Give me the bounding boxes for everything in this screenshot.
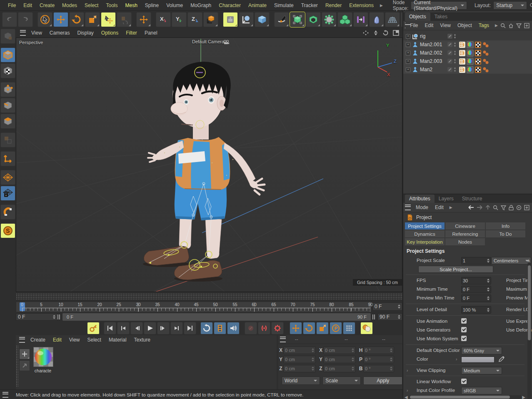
node-space-dropdown[interactable]: Current (Standard/Physical) (411, 1, 467, 10)
record-objects-button[interactable] (258, 322, 270, 334)
axis-move-button[interactable] (136, 12, 151, 27)
home-icon[interactable] (508, 23, 514, 28)
target-icon[interactable] (516, 205, 522, 210)
object-name[interactable]: Man2.001 (420, 42, 447, 47)
filter-icon[interactable] (516, 23, 522, 28)
range-start-spinner[interactable]: 0 F (16, 313, 57, 321)
weight-tag-icon[interactable] (459, 42, 465, 48)
goto-prev-key-button[interactable] (117, 322, 130, 334)
upload-material-button[interactable] (19, 360, 30, 371)
render-settings-button[interactable] (255, 12, 270, 27)
redo-button[interactable] (18, 12, 33, 27)
menu-simulate[interactable]: Simulate (270, 1, 297, 10)
attribute-menu-mode[interactable]: Mode (412, 203, 432, 212)
snap-button[interactable] (0, 204, 15, 219)
attribute-menu-overflow-icon[interactable]: ▶ (447, 205, 455, 209)
scale-z-input[interactable]: 0 cm (323, 365, 356, 372)
floor-object-button[interactable] (385, 12, 400, 27)
material-menu-create[interactable]: Create (27, 336, 49, 344)
section-tab-nodes[interactable]: Nodes (445, 238, 485, 245)
minimum-time-input[interactable]: 0 F (461, 286, 491, 293)
record-keyframe-button[interactable] (87, 322, 100, 334)
viewport-menu-filter[interactable]: Filter (122, 29, 141, 37)
undo-button[interactable] (2, 12, 17, 27)
object-row-man2-002[interactable]: + Man2.002 (403, 49, 532, 57)
search-icon[interactable] (530, 2, 532, 8)
apply-button[interactable]: Apply (363, 377, 402, 385)
color-expand-icon[interactable]: › (456, 357, 457, 362)
texture-mode-button[interactable] (0, 63, 15, 78)
goto-start-button[interactable] (104, 322, 116, 334)
coordinate-system-button[interactable] (203, 12, 218, 27)
menu-spline[interactable]: Spline (141, 1, 162, 10)
pos-y-input[interactable]: 0 cm (283, 356, 316, 363)
edges-mode-button[interactable] (0, 98, 15, 113)
object-menu-edit[interactable]: Edit (422, 21, 437, 30)
section-tab-referencing[interactable]: Referencing (445, 230, 485, 237)
lock-workplane-button[interactable] (0, 186, 15, 201)
object-row-man2-001[interactable]: + Man2.001 (403, 40, 532, 49)
play-frame-rate-button[interactable] (214, 322, 226, 334)
coordinate-mode-dropdown[interactable]: Scale (322, 377, 361, 385)
volume-builder-button[interactable] (322, 12, 337, 27)
object-edit-toggle[interactable] (447, 67, 452, 72)
object-menu-file[interactable]: File (407, 21, 421, 30)
material-hamburger-icon[interactable] (19, 337, 25, 343)
tab-structure[interactable]: Structure (458, 195, 487, 203)
status-hamburger-icon[interactable] (2, 392, 8, 398)
expand-icon[interactable]: + (406, 34, 410, 39)
checker-tag-icon[interactable] (475, 58, 481, 65)
object-row-rig[interactable]: + rig (403, 32, 532, 40)
viewport-menu-panel[interactable]: Panel (141, 29, 161, 37)
weights-dots-tag-icon[interactable] (482, 50, 489, 56)
workplane-button[interactable] (0, 170, 15, 185)
move-tool-button[interactable] (53, 12, 68, 27)
attribute-vertical-scrollbar[interactable] (527, 263, 531, 399)
search-icon[interactable] (493, 205, 498, 210)
project-scale-input[interactable]: 1 (461, 257, 491, 264)
viewport-hamburger-icon[interactable] (20, 30, 26, 36)
eyedropper-icon[interactable] (498, 356, 505, 362)
material-thumbnail[interactable] (33, 347, 53, 367)
expand-icon[interactable]: + (406, 67, 410, 72)
level-of-detail-input[interactable]: 100 % (461, 306, 491, 314)
autokey-disabled-button[interactable] (245, 322, 257, 334)
enable-axis-button[interactable] (0, 151, 15, 166)
filter-icon[interactable] (501, 205, 506, 210)
tab-attributes[interactable]: Attributes (405, 195, 435, 203)
view-clipping-dropdown[interactable]: Medium (461, 367, 502, 374)
material-item[interactable]: characte (33, 347, 53, 373)
viewport-menu-display[interactable]: Display (73, 29, 97, 37)
texture-tag-icon[interactable] (467, 58, 474, 65)
volume-mesher-button[interactable] (337, 12, 352, 27)
section-tab-todo[interactable]: To Do (486, 230, 525, 237)
viewport-menu-options[interactable]: Options (97, 29, 122, 37)
camera-name-label[interactable]: Default Camera (192, 39, 224, 44)
rot-h-input[interactable]: 0 ° (363, 347, 394, 354)
tab-objects[interactable]: Objects (405, 12, 430, 21)
keyframe-pla-toggle[interactable] (343, 322, 355, 334)
search-icon[interactable] (500, 23, 506, 28)
goto-next-key-button[interactable] (170, 322, 183, 334)
menu-extensions[interactable]: Extensions (345, 1, 377, 10)
checker-tag-icon[interactable] (475, 67, 481, 73)
record-settings-button[interactable] (271, 322, 284, 334)
input-profile-expand-icon[interactable]: › (407, 388, 408, 393)
tab-layers[interactable]: Layers (435, 195, 458, 203)
tweak-mode-button[interactable] (0, 132, 15, 147)
menu-modes[interactable]: Modes (58, 1, 81, 10)
up-arrow-icon[interactable] (485, 205, 490, 210)
object-menu-overflow-icon[interactable]: ▶ (492, 23, 500, 27)
weight-tag-icon[interactable] (459, 58, 465, 65)
object-menu-object[interactable]: Object (454, 21, 475, 30)
object-name[interactable]: Man2.003 (420, 58, 447, 64)
object-row-man2[interactable]: + Man2 (403, 65, 532, 74)
material-menu-material[interactable]: Material (105, 336, 130, 344)
points-mode-button[interactable] (0, 82, 15, 97)
menu-animate[interactable]: Animate (245, 1, 270, 10)
use-generators-checkbox[interactable] (461, 327, 467, 332)
viewport-canvas[interactable]: Perspective Default Camera Y Z X Grid Sp… (16, 37, 402, 292)
scroll-right-icon[interactable]: ▶ (522, 395, 525, 399)
visibility-dots[interactable] (454, 51, 456, 55)
material-name-label[interactable]: characte (33, 368, 52, 373)
